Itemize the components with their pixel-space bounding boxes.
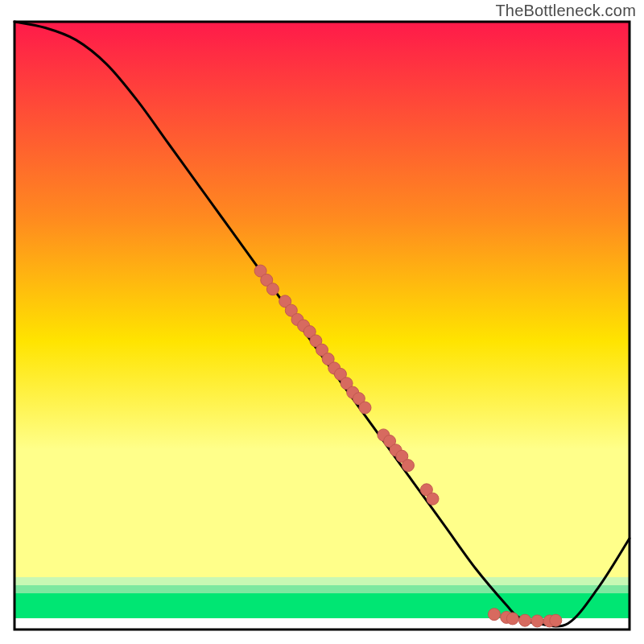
- scatter-point: [427, 493, 439, 505]
- scatter-point: [402, 460, 414, 472]
- scatter-point: [550, 614, 562, 626]
- green-transition-1: [14, 577, 630, 585]
- watermark-label: TheBottleneck.com: [495, 2, 636, 20]
- bottleneck-chart: TheBottleneck.com: [0, 0, 644, 644]
- scatter-point: [359, 402, 371, 414]
- green-transition-2: [14, 585, 630, 593]
- scatter-point: [519, 614, 531, 626]
- green-band: [14, 593, 630, 618]
- heat-gradient: [14, 22, 630, 537]
- plot-area: [14, 22, 630, 630]
- scatter-point: [531, 615, 543, 627]
- pale-yellow-band: [14, 537, 630, 577]
- scatter-point: [506, 613, 518, 625]
- plot-svg: [0, 0, 644, 644]
- scatter-point: [266, 283, 279, 295]
- scatter-point: [488, 609, 500, 621]
